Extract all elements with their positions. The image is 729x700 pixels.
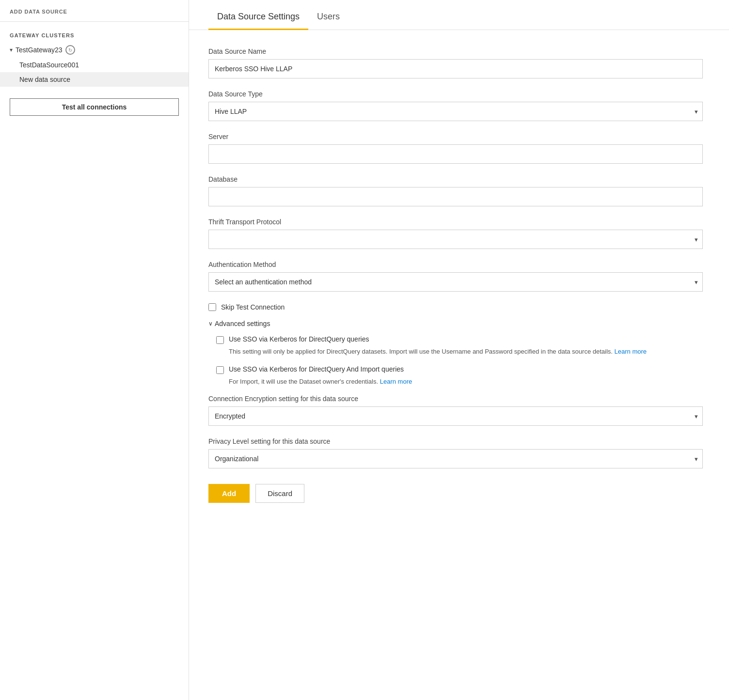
datasource-name-group: Data Source Name [208,47,703,78]
datasource-type-group: Data Source Type Hive LLAP ▾ [208,90,703,121]
thrift-wrapper: ▾ [208,230,703,249]
database-label: Database [208,175,703,183]
advanced-settings-content: Use SSO via Kerberos for DirectQuery que… [208,335,703,386]
privacy-wrapper: OrganizationalPrivatePublicNone ▾ [208,449,703,468]
datasource-type-label: Data Source Type [208,90,703,98]
gateway-clusters-label: GATEWAY CLUSTERS [0,22,189,42]
advanced-settings-label: Advanced settings [215,320,270,327]
sidebar: ADD DATA SOURCE GATEWAY CLUSTERS ▾ TestG… [0,0,189,700]
gateway-status-icon: ↻ [65,45,75,55]
main-content: Data Source Settings Users Data Source N… [189,0,729,700]
sso-import-row: Use SSO via Kerberos for DirectQuery And… [216,365,703,374]
encryption-wrapper: EncryptedNot Encrypted ▾ [208,406,703,426]
sso-import-desc: For Import, it will use the Dataset owne… [216,377,703,387]
sso-directquery-label[interactable]: Use SSO via Kerberos for DirectQuery que… [229,335,369,343]
sidebar-header: ADD DATA SOURCE [0,9,189,22]
sso-directquery-desc: This setting will only be applied for Di… [216,347,703,357]
advanced-settings-toggle[interactable]: ∨ Advanced settings [208,320,703,327]
privacy-group: Privacy Level setting for this data sour… [208,437,703,468]
advanced-chevron-icon: ∨ [208,320,213,327]
skip-test-label[interactable]: Skip Test Connection [221,303,285,311]
datasource-type-select[interactable]: Hive LLAP [208,102,703,121]
gateway-row[interactable]: ▾ TestGateway23 ↻ [0,42,189,58]
tabs-bar: Data Source Settings Users [189,0,729,30]
auth-method-select[interactable]: Select an authentication method [208,272,703,292]
sso-import-option: Use SSO via Kerberos for DirectQuery And… [216,365,703,387]
privacy-label: Privacy Level setting for this data sour… [208,437,703,445]
datasource-item-1[interactable]: New data source [0,72,189,87]
database-input[interactable] [208,187,703,206]
datasource-name-input[interactable] [208,59,703,78]
sso-directquery-row: Use SSO via Kerberos for DirectQuery que… [216,335,703,344]
sso-directquery-option: Use SSO via Kerberos for DirectQuery que… [216,335,703,357]
thrift-group: Thrift Transport Protocol ▾ [208,218,703,249]
chevron-down-icon: ▾ [10,47,13,53]
form-area: Data Source Name Data Source Type Hive L… [189,30,722,532]
server-group: Server [208,133,703,164]
tab-data-source-settings[interactable]: Data Source Settings [208,0,308,30]
encryption-label: Connection Encryption setting for this d… [208,395,703,403]
datasource-type-wrapper: Hive LLAP ▾ [208,102,703,121]
sso-directquery-learn-more-link[interactable]: Learn more [615,348,647,355]
thrift-label: Thrift Transport Protocol [208,218,703,226]
skip-test-checkbox[interactable] [208,303,216,311]
datasource-item-0[interactable]: TestDataSource001 [0,58,189,72]
action-buttons: Add Discard [208,484,703,503]
test-all-connections-button[interactable]: Test all connections [10,98,179,116]
privacy-select[interactable]: OrganizationalPrivatePublicNone [208,449,703,468]
sso-import-label[interactable]: Use SSO via Kerberos for DirectQuery And… [229,365,404,373]
datasource-name-label: Data Source Name [208,47,703,55]
auth-method-label: Authentication Method [208,261,703,268]
add-button[interactable]: Add [208,484,250,503]
gateway-name: TestGateway23 [16,46,63,54]
sso-directquery-checkbox[interactable] [216,336,224,344]
encryption-select[interactable]: EncryptedNot Encrypted [208,406,703,426]
encryption-group: Connection Encryption setting for this d… [208,395,703,426]
thrift-select[interactable] [208,230,703,249]
server-label: Server [208,133,703,140]
discard-button[interactable]: Discard [255,484,304,503]
database-group: Database [208,175,703,206]
server-input[interactable] [208,144,703,164]
sso-import-checkbox[interactable] [216,366,224,374]
auth-method-group: Authentication Method Select an authenti… [208,261,703,292]
tab-users[interactable]: Users [308,0,349,30]
skip-test-row: Skip Test Connection [208,303,703,311]
sso-import-learn-more-link[interactable]: Learn more [380,378,412,385]
auth-method-wrapper: Select an authentication method ▾ [208,272,703,292]
